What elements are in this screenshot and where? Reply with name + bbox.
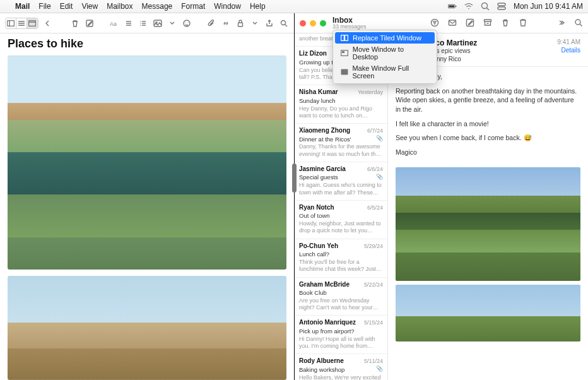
- wifi-icon[interactable]: [464, 2, 473, 11]
- compose-icon[interactable]: [466, 18, 474, 28]
- lock-button[interactable]: [235, 17, 245, 30]
- reader-image-1[interactable]: [396, 167, 580, 281]
- menu-help[interactable]: Help: [250, 2, 266, 11]
- compose-body[interactable]: [0, 56, 294, 380]
- filter-icon[interactable]: [430, 18, 439, 28]
- attached-image-2[interactable]: [8, 276, 286, 380]
- svg-rect-2: [449, 5, 454, 7]
- menu-mailbox[interactable]: Mailbox: [107, 2, 132, 11]
- mailbox-subtitle: 33 messages: [332, 24, 367, 30]
- svg-point-41: [575, 20, 580, 25]
- message-list-item[interactable]: Rody Albuerne5/11/24Baking workshopHello…: [295, 354, 387, 380]
- share-button[interactable]: [264, 17, 274, 30]
- attachment-icon: 📎: [376, 174, 383, 181]
- close-window-button[interactable]: [300, 20, 306, 27]
- svg-line-42: [580, 24, 582, 27]
- minimize-window-button[interactable]: [310, 20, 316, 27]
- svg-rect-7: [498, 7, 505, 9]
- dropdown-icon[interactable]: [167, 17, 178, 30]
- details-link[interactable]: Details: [557, 47, 580, 54]
- svg-point-30: [187, 22, 188, 23]
- menubar-clock[interactable]: Mon Jun 10 9:41 AM: [514, 2, 583, 11]
- font-button[interactable]: Aa: [109, 17, 120, 30]
- attachment-icon: 📎: [376, 365, 383, 372]
- message-list[interactable]: another breathtaking day in the m...Liz …: [295, 33, 388, 380]
- app-menu[interactable]: Mail: [15, 2, 30, 11]
- message-list-item[interactable]: Jasmine Garcia6/6/24Special guestsHi aga…: [295, 162, 387, 201]
- svg-line-5: [486, 8, 489, 11]
- emoji-button[interactable]: [182, 17, 192, 30]
- back-button[interactable]: [42, 17, 53, 30]
- compose-toolbar: Aa: [0, 13, 294, 33]
- reader-to: To: Danny Rico: [418, 56, 552, 62]
- message-list-item[interactable]: Xiaomeng Zhong6/7/24Dinner at the Ricos'…: [295, 124, 387, 162]
- svg-rect-43: [341, 35, 344, 41]
- attach-button[interactable]: [206, 17, 217, 30]
- sidebar-toggle[interactable]: [5, 18, 38, 29]
- reader-paragraph: Magico: [396, 148, 580, 157]
- window-tiling-menu: Replace Tiled Window Move Window to Desk…: [332, 30, 437, 84]
- fullscreen-window-button[interactable]: [320, 20, 326, 27]
- message-list-item[interactable]: Nisha KumarYesterdaySunday lunchHey Dann…: [295, 85, 387, 124]
- svg-point-29: [185, 22, 185, 23]
- menu-window[interactable]: Window: [214, 2, 241, 11]
- control-center-icon[interactable]: [497, 2, 506, 11]
- delete-button[interactable]: [70, 17, 81, 30]
- fullscreen-icon: [340, 69, 348, 75]
- svg-point-25: [140, 25, 141, 26]
- message-list-item[interactable]: Graham McBride5/22/24Book ClubAre you fr…: [295, 278, 387, 316]
- dropdown-icon-2[interactable]: [249, 17, 260, 30]
- system-menubar: Mail File Edit View Mailbox Message Form…: [0, 0, 588, 13]
- reader-paragraph: Reporting back on another breathtaking d…: [396, 86, 580, 114]
- more-icon[interactable]: [556, 18, 565, 28]
- message-list-item[interactable]: Po-Chun Yeh5/29/24Lunch call?Think you'l…: [295, 239, 387, 278]
- menu-message[interactable]: Message: [142, 2, 173, 11]
- svg-rect-46: [342, 51, 344, 53]
- menu-make-fullscreen[interactable]: Make Window Full Screen: [335, 62, 435, 81]
- search-icon[interactable]: [574, 18, 583, 28]
- archive-icon[interactable]: [483, 18, 492, 28]
- link-button[interactable]: [221, 17, 232, 30]
- svg-text:Aa: Aa: [110, 21, 117, 27]
- svg-rect-6: [498, 3, 505, 6]
- replace-tile-icon: [340, 35, 349, 41]
- svg-rect-8: [7, 20, 14, 26]
- message-reader: Magico Martinez Today's epic views To: D…: [388, 33, 588, 380]
- read-icon[interactable]: [448, 18, 457, 28]
- menu-edit[interactable]: Edit: [60, 2, 73, 11]
- spotlight-icon[interactable]: [481, 2, 490, 11]
- format-button[interactable]: [138, 17, 149, 30]
- reader-subject: Today's epic views: [418, 47, 552, 54]
- svg-rect-40: [485, 20, 491, 21]
- svg-rect-47: [341, 69, 348, 75]
- menu-format[interactable]: Format: [181, 2, 205, 11]
- menu-view[interactable]: View: [81, 2, 98, 11]
- mailbox-header: Inbox 33 messages Replace Tiled Window: [295, 13, 588, 33]
- search-button[interactable]: [278, 17, 289, 30]
- document-title: Places to hike: [0, 33, 294, 56]
- svg-rect-31: [238, 23, 242, 27]
- compose-button[interactable]: [85, 17, 95, 30]
- trash-icon[interactable]: [501, 18, 510, 28]
- svg-point-23: [140, 21, 141, 22]
- svg-line-33: [285, 25, 287, 27]
- photo-button[interactable]: [153, 17, 163, 30]
- reader-image-2[interactable]: [396, 285, 580, 341]
- move-desktop-icon: [340, 50, 349, 56]
- menu-replace-tiled-window[interactable]: Replace Tiled Window: [335, 32, 435, 44]
- svg-point-4: [481, 3, 487, 9]
- svg-rect-1: [456, 6, 457, 7]
- message-list-item[interactable]: Ryan Notch6/5/24Out of townHowdy, neighb…: [295, 201, 387, 239]
- reader-time: 9:41 AM: [557, 39, 580, 45]
- reader-from: Magico Martinez: [418, 39, 552, 47]
- svg-point-32: [281, 20, 285, 25]
- menu-move-to-desktop[interactable]: Move Window to Desktop: [335, 44, 435, 62]
- junk-icon[interactable]: [519, 18, 527, 28]
- battery-icon[interactable]: [448, 2, 457, 11]
- menu-item-label: Move Window to Desktop: [353, 45, 430, 61]
- list-indent-button[interactable]: [124, 17, 134, 30]
- svg-rect-13: [29, 20, 36, 26]
- attached-image-1[interactable]: [8, 56, 286, 270]
- menu-file[interactable]: File: [38, 2, 50, 11]
- message-list-item[interactable]: Antonio Manriquez5/15/24Pick up from air…: [295, 316, 387, 354]
